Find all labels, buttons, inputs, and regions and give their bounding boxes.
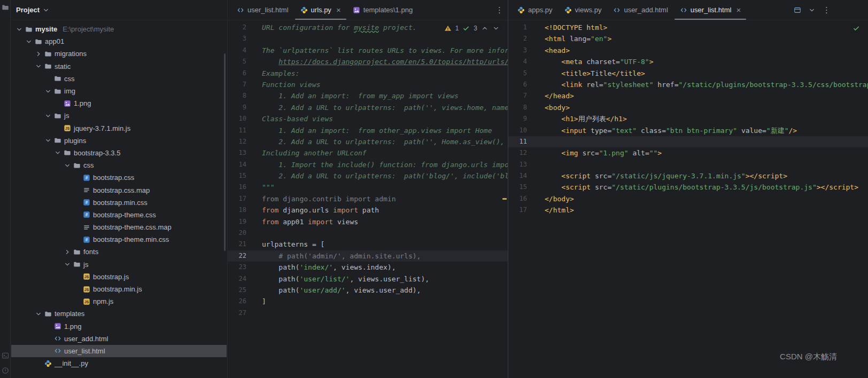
line-number[interactable]: 16 [228, 182, 251, 193]
previous-problem-icon[interactable] [481, 25, 489, 32]
code-line-1[interactable]: 1<!DOCTYPE html> [508, 22, 868, 33]
tree-scrollbar[interactable] [224, 53, 226, 251]
chevron-right-icon[interactable] [63, 248, 72, 256]
tree-item-bootstrap-3.3.5[interactable]: bootstrap-3.3.5 [11, 147, 227, 159]
tree-item-bootstrap.min.js[interactable]: JSbootstrap.min.js [11, 283, 227, 295]
line-number[interactable]: 12 [228, 136, 251, 147]
line-number[interactable]: 17 [508, 204, 532, 216]
tree-item-js[interactable]: js [11, 258, 227, 271]
tree-item-bootstrap.css.map[interactable]: bootstrap.css.map [11, 184, 227, 196]
tree-item-plugins[interactable]: plugins [11, 135, 227, 147]
close-icon[interactable]: × [736, 6, 741, 14]
chevron-down-icon[interactable] [63, 162, 72, 169]
tree-item-img[interactable]: img [11, 85, 227, 97]
code-line-27[interactable]: 27 [228, 308, 508, 319]
code-line-12[interactable]: 12 <img src="1.png" alt=""> [508, 147, 868, 159]
tree-item-bootstrap-theme.css[interactable]: #bootstrap-theme.css [11, 209, 227, 221]
code-line-5[interactable]: 5 <title>Title</title> [508, 68, 868, 79]
tab-apps.py[interactable]: apps.py [511, 0, 559, 20]
next-problem-icon[interactable] [492, 25, 500, 32]
project-panel-header[interactable]: Project [11, 0, 227, 20]
tree-item-bootstrap-theme.min.css[interactable]: #bootstrap-theme.min.css [11, 233, 227, 246]
line-number[interactable]: 7 [508, 90, 532, 101]
line-number[interactable]: 27 [228, 308, 251, 319]
chevron-down-icon[interactable] [34, 310, 43, 318]
code-line-11[interactable]: 11 [508, 136, 868, 147]
code-line-14[interactable]: 14 1. Import the include() function: fro… [228, 159, 508, 170]
line-number[interactable]: 2 [228, 22, 251, 33]
line-number[interactable]: 23 [228, 262, 251, 273]
tree-item-fonts[interactable]: fonts [11, 246, 227, 258]
code-line-16[interactable]: 16""" [228, 182, 508, 193]
line-number[interactable]: 20 [228, 227, 251, 239]
line-number[interactable]: 18 [228, 204, 251, 216]
code-line-10[interactable]: 10 <input type="text" class="btn btn-pri… [508, 125, 868, 136]
tree-item-migrations[interactable]: migrations [11, 48, 227, 60]
code-line-25[interactable]: 25 path('user/add/', views.user_add), [228, 285, 508, 296]
line-number[interactable]: 19 [228, 216, 251, 227]
code-line-15[interactable]: 15 2. Add a URL to urlpatterns: path('bl… [228, 170, 508, 182]
terminal-tool-window-icon[interactable] [2, 352, 9, 359]
code-line-8[interactable]: 8 1. Add an import: from my_app import v… [228, 90, 508, 101]
code-line-23[interactable]: 23 path('index/', views.index), [228, 262, 508, 273]
code-line-7[interactable]: 7</head> [508, 90, 868, 101]
tree-item-mysite[interactable]: mysiteE:\project\mysite [11, 23, 227, 35]
line-number[interactable]: 4 [508, 56, 532, 67]
line-number[interactable]: 3 [228, 33, 251, 44]
chevron-right-icon[interactable] [34, 50, 43, 58]
code-line-2[interactable]: 2<html lang="en"> [508, 33, 868, 44]
code-line-26[interactable]: 26] [228, 296, 508, 307]
line-number[interactable]: 11 [508, 136, 532, 147]
chevron-down-icon[interactable] [43, 137, 52, 144]
tree-item-user-add.html[interactable]: user_add.html [11, 333, 227, 345]
chevron-down-icon[interactable] [43, 112, 52, 120]
line-number[interactable]: 10 [508, 125, 532, 136]
line-number[interactable]: 7 [228, 79, 251, 90]
code-line-16[interactable]: 16</body> [508, 193, 868, 204]
tab-user-add.html[interactable]: user_add.html [607, 0, 673, 20]
close-icon[interactable]: × [336, 6, 341, 14]
code-line-9[interactable]: 9 2. Add a URL to urlpatterns: path('', … [228, 102, 508, 113]
line-number[interactable]: 14 [228, 159, 251, 170]
code-line-21[interactable]: 21urlpatterns = [ [228, 239, 508, 250]
tree-item-bootstrap.min.css[interactable]: #bootstrap.min.css [11, 196, 227, 209]
line-number[interactable]: 25 [228, 285, 251, 296]
code-line-18[interactable]: 18from django.urls import path [228, 204, 508, 216]
line-number[interactable]: 4 [228, 45, 251, 56]
line-number[interactable]: 6 [228, 68, 251, 79]
code-line-6[interactable]: 6Examples: [228, 68, 508, 79]
code-line-11[interactable]: 11 1. Add an import: from other_app.view… [228, 125, 508, 136]
line-number[interactable]: 5 [508, 68, 532, 79]
tree-item-css[interactable]: css [11, 73, 227, 85]
code-line-9[interactable]: 9 <h1>用户列表</h1> [508, 113, 868, 124]
tree-item-bootstrap-theme.css.map[interactable]: bootstrap-theme.css.map [11, 221, 227, 233]
tree-item-js[interactable]: js [11, 109, 227, 122]
chevron-down-icon[interactable] [14, 26, 24, 33]
chevron-down-icon[interactable] [53, 149, 62, 156]
code-line-3[interactable]: 3<head> [508, 45, 868, 56]
editor-mid-content[interactable]: 2URL configuration for mysite project.34… [228, 21, 508, 378]
chevron-down-icon[interactable] [63, 261, 72, 268]
chevron-down-icon[interactable] [808, 6, 816, 14]
line-number[interactable]: 22 [228, 250, 251, 262]
tree-item-templates[interactable]: templates [11, 308, 227, 320]
tree-item-user-list.html[interactable]: user_list.html [11, 345, 227, 357]
line-number[interactable]: 6 [508, 79, 532, 90]
tree-item-1.png[interactable]: 1.png [11, 97, 227, 109]
inspections-widget[interactable]: 1 3 [441, 23, 502, 33]
line-number[interactable]: 9 [508, 113, 532, 124]
chevron-down-icon[interactable] [34, 62, 43, 70]
line-number[interactable]: 12 [508, 147, 532, 159]
code-line-12[interactable]: 12 2. Add a URL to urlpatterns: path('',… [228, 136, 508, 147]
tree-item-static[interactable]: static [11, 60, 227, 73]
editor-right-content[interactable]: 1<!DOCTYPE html>2<html lang="en">3<head>… [508, 21, 868, 378]
code-line-22[interactable]: 22 # path('admin/', admin.site.urls), [228, 250, 508, 262]
code-line-8[interactable]: 8<body> [508, 102, 868, 113]
line-number[interactable]: 26 [228, 296, 251, 307]
tree-item-bootstrap.css[interactable]: #bootstrap.css [11, 171, 227, 184]
code-line-20[interactable]: 20 [228, 227, 508, 239]
tree-item--init-.py[interactable]: __init__.py [11, 357, 227, 369]
line-number[interactable]: 13 [508, 159, 532, 170]
project-tool-window-icon[interactable] [2, 4, 9, 11]
chevron-down-icon[interactable] [43, 88, 52, 95]
